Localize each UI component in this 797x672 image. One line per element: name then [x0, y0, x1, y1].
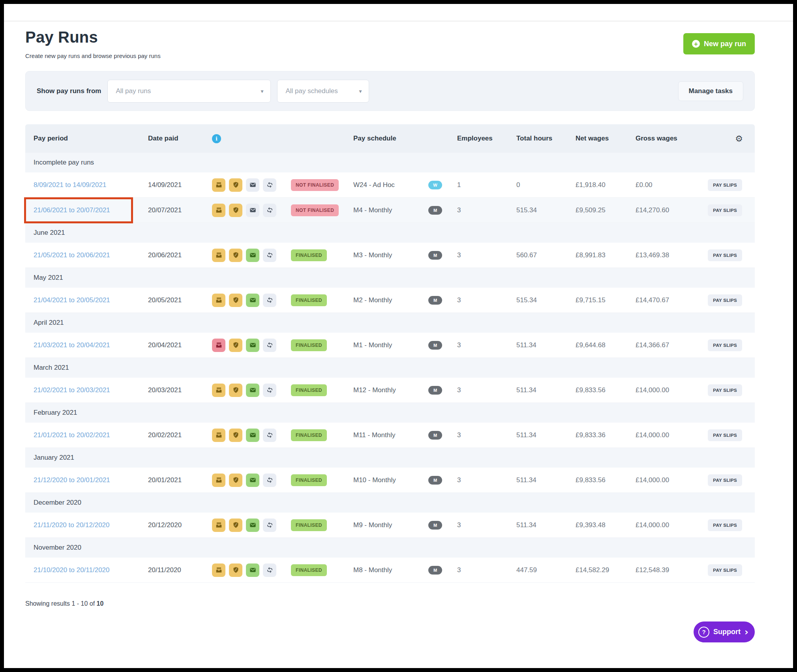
email-icon[interactable] [246, 519, 259, 532]
group-label: November 2020 [34, 544, 81, 552]
schedule-type-pill: M [428, 476, 442, 485]
employees-count: 3 [457, 206, 516, 214]
pay-runs-table: Pay period Date paid i Pay schedule Empl… [25, 124, 755, 583]
email-icon[interactable] [246, 563, 259, 577]
support-label: Support [713, 628, 741, 636]
shield-icon[interactable] [229, 249, 242, 262]
results-summary-text: Showing results 1 - 10 of [25, 600, 97, 607]
employees-count: 3 [457, 431, 516, 439]
sync-icon[interactable] [263, 204, 276, 217]
shield-icon[interactable] [229, 429, 242, 442]
pay-schedule: M12 - Monthly [353, 386, 428, 394]
pay-period-link[interactable]: 21/06/2021 to 20/07/2021 [34, 206, 110, 214]
pay-schedule: M9 - Monthly [353, 521, 428, 529]
pay-slips-button[interactable]: PAY SLIPS [708, 384, 742, 396]
pay-slips-button[interactable]: PAY SLIPS [708, 339, 742, 351]
pay-period-link[interactable]: 21/02/2021 to 20/03/2021 [34, 386, 110, 394]
header-net-wages: Net wages [576, 135, 636, 142]
sync-icon[interactable] [263, 429, 276, 442]
pay-slips-button[interactable]: PAY SLIPS [708, 179, 742, 191]
employees-count: 3 [457, 566, 516, 574]
sync-icon[interactable] [263, 249, 276, 262]
email-icon[interactable] [246, 249, 259, 262]
table-group-row: Incomplete pay runs [25, 153, 755, 172]
pay-runs-dropdown[interactable]: All pay runs ▾ [107, 80, 271, 103]
table-row: 21/11/2020 to 20/12/2020 20/12/2020 FINA… [25, 513, 755, 538]
header-pay-period: Pay period [25, 135, 148, 142]
shield-icon[interactable] [229, 178, 242, 192]
pay-period-link[interactable]: 21/03/2021 to 20/04/2021 [34, 341, 110, 349]
email-icon[interactable] [246, 474, 259, 487]
shield-icon[interactable] [229, 474, 242, 487]
pay-period-link[interactable]: 21/05/2021 to 20/06/2021 [34, 251, 110, 259]
support-button[interactable]: ? Support › [694, 621, 755, 642]
email-icon[interactable] [246, 384, 259, 397]
schedule-type-pill: W [428, 181, 442, 189]
gross-wages: £14,000.00 [636, 431, 704, 439]
table-group-row: January 2021 [25, 448, 755, 468]
group-label: December 2020 [34, 499, 81, 507]
sync-icon[interactable] [263, 384, 276, 397]
pay-slips-button[interactable]: PAY SLIPS [708, 564, 742, 576]
payslip-icon[interactable] [212, 294, 225, 307]
pay-period-link[interactable]: 8/09/2021 to 14/09/2021 [34, 181, 106, 189]
shield-icon[interactable] [229, 204, 242, 217]
sync-icon[interactable] [263, 339, 276, 352]
pay-slips-button[interactable]: PAY SLIPS [708, 249, 742, 261]
pay-schedule: M4 - Monthly [353, 206, 428, 214]
pay-schedule: M11 - Monthly [353, 431, 428, 439]
date-paid: 20/05/2021 [148, 296, 212, 304]
net-wages: £14,582.29 [576, 566, 636, 574]
new-pay-run-button[interactable]: + New pay run [683, 33, 755, 54]
payslip-icon[interactable] [212, 474, 225, 487]
email-icon[interactable] [246, 178, 259, 192]
email-icon[interactable] [246, 204, 259, 217]
pay-period-link[interactable]: 21/12/2020 to 20/01/2021 [34, 476, 110, 484]
sync-icon[interactable] [263, 474, 276, 487]
sync-icon[interactable] [263, 563, 276, 577]
group-label: Incomplete pay runs [34, 159, 94, 167]
info-icon[interactable]: i [212, 134, 221, 143]
chevron-right-icon: › [744, 627, 748, 637]
net-wages: £9,833.36 [576, 431, 636, 439]
shield-icon[interactable] [229, 519, 242, 532]
payslip-icon[interactable] [212, 563, 225, 577]
schedule-type-pill: M [428, 566, 442, 575]
sync-icon[interactable] [263, 294, 276, 307]
payslip-icon[interactable] [212, 249, 225, 262]
pay-period-link[interactable]: 21/04/2021 to 20/05/2021 [34, 296, 110, 304]
email-icon[interactable] [246, 429, 259, 442]
pay-slips-button[interactable]: PAY SLIPS [708, 429, 742, 441]
sync-icon[interactable] [263, 519, 276, 532]
pay-schedules-dropdown[interactable]: All pay schedules ▾ [277, 80, 369, 103]
shield-icon[interactable] [229, 384, 242, 397]
schedule-type-pill: M [428, 206, 442, 215]
pay-period-link[interactable]: 21/10/2020 to 20/11/2020 [34, 566, 110, 574]
email-icon[interactable] [246, 294, 259, 307]
payslip-icon[interactable] [212, 204, 225, 217]
pay-slips-button[interactable]: PAY SLIPS [708, 519, 742, 531]
payslip-icon[interactable] [212, 519, 225, 532]
pay-slips-button[interactable]: PAY SLIPS [708, 204, 742, 216]
shield-icon[interactable] [229, 294, 242, 307]
payslip-icon[interactable] [212, 429, 225, 442]
pay-period-link[interactable]: 21/01/2021 to 20/02/2021 [34, 431, 110, 439]
manage-tasks-button[interactable]: Manage tasks [678, 81, 744, 101]
payslip-icon[interactable] [212, 178, 225, 192]
pay-slips-button[interactable]: PAY SLIPS [708, 294, 742, 306]
pay-slips-button[interactable]: PAY SLIPS [708, 474, 742, 486]
table-row: 21/12/2020 to 20/01/2021 20/01/2021 FINA… [25, 468, 755, 493]
net-wages: £9,833.56 [576, 386, 636, 394]
pay-period-link[interactable]: 21/11/2020 to 20/12/2020 [34, 521, 110, 529]
schedule-type-pill: M [428, 386, 442, 395]
net-wages: £9,715.15 [576, 296, 636, 304]
payslip-icon[interactable] [212, 384, 225, 397]
shield-icon[interactable] [229, 563, 242, 577]
email-icon[interactable] [246, 339, 259, 352]
shield-icon[interactable] [229, 339, 242, 352]
payslip-icon[interactable] [212, 339, 225, 352]
gear-icon[interactable]: ⚙ [735, 134, 755, 144]
status-badge: FINALISED [291, 339, 327, 351]
table-header-row: Pay period Date paid i Pay schedule Empl… [25, 124, 755, 153]
sync-icon[interactable] [263, 178, 276, 192]
